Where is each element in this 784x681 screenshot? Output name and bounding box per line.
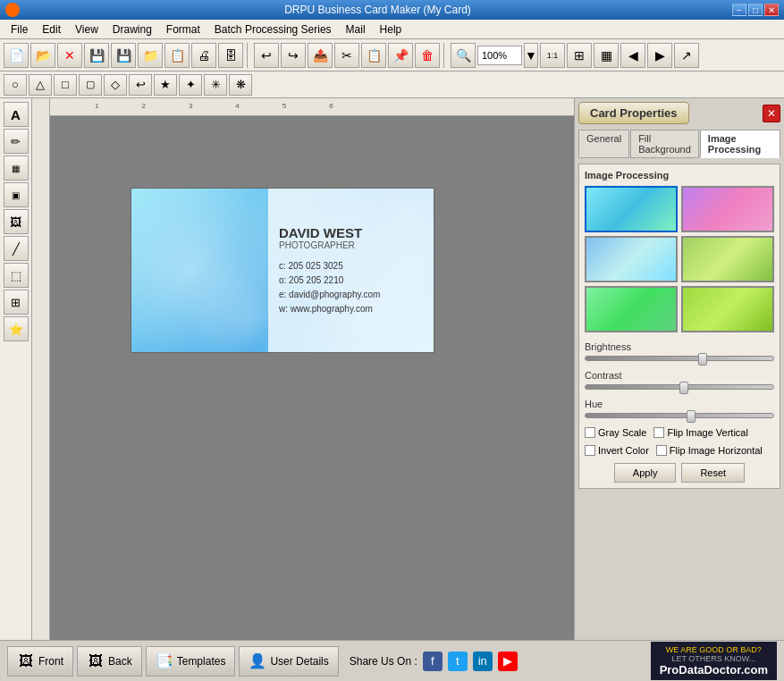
invert-color-checkbox[interactable]: Invert Color [585,445,649,456]
branding-top: WE ARE GOOD OR BAD? [666,645,762,654]
reset-button[interactable]: Reset [681,463,745,483]
front-button[interactable]: 🖼 Front [7,646,73,677]
image-thumb-5[interactable] [585,286,678,332]
tab-fill-background[interactable]: Fill Background [630,130,699,158]
flip-horizontal-checkbox[interactable]: Flip Image Horizontal [656,445,763,456]
facebook-icon[interactable]: f [423,652,443,671]
copy-button[interactable]: 📋 [361,43,386,68]
ellipse-tool[interactable]: ○ [4,74,27,96]
starburst-tool[interactable]: ❋ [229,74,252,96]
menu-edit[interactable]: Edit [35,21,68,38]
main-toolbar: 📄 📂 ✕ 💾 💾 📁 📋 🖨 🗄 ↩ ↪ 📤 ✂ 📋 📌 🗑 🔍 ▼ 1:1 … [0,39,784,71]
image-thumb-1[interactable] [585,186,678,232]
image-tool[interactable]: 🖼 [4,209,29,234]
grayscale-box[interactable] [585,427,595,438]
database-button[interactable]: 🗄 [218,43,243,68]
checkboxes-row-2: Invert Color Flip Image Horizontal [585,445,774,456]
page-button[interactable]: 📋 [164,43,190,68]
brightness-thumb[interactable] [698,353,707,366]
user-details-button[interactable]: 👤 User Details [239,646,338,677]
cut-button[interactable]: ✂ [334,43,359,68]
invert-color-box[interactable] [585,445,595,456]
undo-button[interactable]: ↩ [254,43,279,68]
linkedin-icon[interactable]: in [473,652,493,671]
branding-middle: LET OTHERS KNOW... [671,654,755,663]
flip-horizontal-box[interactable] [656,445,667,456]
card-email: e: david@phography.com [279,288,423,302]
import-button[interactable]: 📁 [138,43,163,68]
open-button[interactable]: 📂 [30,43,55,68]
image-thumb-3[interactable] [585,236,678,282]
star5-tool[interactable]: ★ [154,74,177,96]
menu-drawing[interactable]: Drawing [105,21,159,38]
minimize-button[interactable]: − [732,4,746,16]
barcode-tool[interactable]: ▦ [4,156,29,181]
hue-track[interactable] [585,413,774,418]
templates-button[interactable]: 📑 Templates [146,646,236,677]
triangle-tool[interactable]: △ [29,74,52,96]
pencil-tool[interactable]: ✏ [4,129,29,154]
save-button[interactable]: 💾 [84,43,109,68]
image-thumb-4[interactable] [681,236,774,282]
maximize-button[interactable]: □ [748,4,763,16]
prev-button[interactable]: ◀ [620,43,645,68]
new-button[interactable]: 📄 [4,43,29,68]
zoom-actual-button[interactable]: 1:1 [540,43,565,68]
rect-tool[interactable]: □ [54,74,77,96]
zoom-in-button[interactable]: 🔍 [451,43,476,68]
hue-thumb[interactable] [687,410,695,423]
menu-help[interactable]: Help [373,21,409,38]
twitter-icon[interactable]: t [448,652,468,671]
close-button[interactable]: ✕ [764,4,779,16]
flip-vertical-checkbox[interactable]: Flip Image Vertical [653,427,747,438]
close-doc-button[interactable]: ✕ [57,43,82,68]
card-office: o: 205 205 2210 [279,273,423,288]
panel-close-button[interactable]: ✕ [763,105,780,122]
back-button[interactable]: 🖼 Back [77,646,142,677]
diamond-tool[interactable]: ◇ [104,74,127,96]
grayscale-checkbox[interactable]: Gray Scale [585,427,646,438]
title-bar: DRPU Business Card Maker (My Card) − □ ✕ [0,0,784,20]
tab-image-processing[interactable]: Image Processing [700,130,780,158]
grid-button[interactable]: ▦ [594,43,619,68]
print-button[interactable]: 🖨 [191,43,216,68]
roundrect-tool[interactable]: ▢ [79,74,102,96]
text-tool[interactable]: A [4,102,29,127]
shape-select-tool[interactable]: ⬚ [4,263,29,288]
sep2 [443,43,447,68]
table-tool[interactable]: ⊞ [4,290,29,315]
image-thumb-2[interactable] [681,186,774,232]
contrast-track[interactable] [585,384,774,390]
star4-tool[interactable]: ✦ [179,74,202,96]
youtube-icon[interactable]: ▶ [498,652,518,671]
zoom-input[interactable] [477,46,522,65]
flip-vertical-box[interactable] [653,427,664,438]
contrast-thumb[interactable] [679,382,688,394]
menu-view[interactable]: View [68,21,105,38]
menu-batch[interactable]: Batch Processing Series [207,21,339,38]
apply-button[interactable]: Apply [614,463,677,483]
extra1-button[interactable]: ↗ [674,43,699,68]
menu-bar: File Edit View Drawing Format Batch Proc… [0,20,784,39]
star8-tool[interactable]: ✳ [204,74,227,96]
line-tool[interactable]: ╱ [4,236,29,261]
image-thumb-6[interactable] [681,286,774,332]
save-as-button[interactable]: 💾 [111,43,136,68]
fit-button[interactable]: ⊞ [567,43,592,68]
star-tool[interactable]: ⭐ [4,316,29,341]
tabs-container: General Fill Background Image Processing [578,130,780,158]
arrow-tool[interactable]: ↩ [129,74,152,96]
qr-tool[interactable]: ▣ [4,182,29,207]
menu-file[interactable]: File [4,21,35,38]
export-button[interactable]: 📤 [308,43,333,68]
paste-button[interactable]: 📌 [388,43,413,68]
next-button[interactable]: ▶ [647,43,672,68]
brightness-track[interactable] [585,356,774,361]
menu-format[interactable]: Format [159,21,207,38]
business-card[interactable]: DAVID WEST PHOTOGRAPHER c: 205 025 3025 … [131,188,434,353]
delete-button[interactable]: 🗑 [415,43,440,68]
redo-button[interactable]: ↪ [281,43,306,68]
menu-mail[interactable]: Mail [339,21,373,38]
zoom-dropdown-button[interactable]: ▼ [524,43,538,68]
tab-general[interactable]: General [578,130,629,158]
